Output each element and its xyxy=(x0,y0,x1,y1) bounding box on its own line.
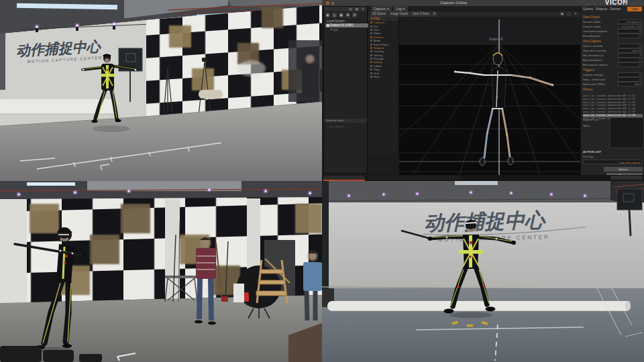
property-label: Auto-pause capture xyxy=(583,63,618,66)
property-label: Auto broadcast xyxy=(583,58,618,62)
mocap-session-composite: 动作捕捉中心 MOTION CAPTURE CENTER xyxy=(0,0,644,362)
camera-view-2-scene xyxy=(0,181,322,362)
foam-roll-small xyxy=(199,90,223,99)
camera-view-3-scene: 动作捕捉中心 MOTION CAPTURE CENTER xyxy=(322,181,644,362)
property-label: Auto Capture xyxy=(583,40,618,43)
property-value[interactable]: ☐ xyxy=(618,62,643,67)
config-item-label: Devices xyxy=(374,36,383,39)
property-row[interactable]: Notification (TBC) None xyxy=(583,82,643,86)
property-row[interactable]: Session folder D:/Captures xyxy=(583,19,643,24)
property-row[interactable]: Transform segment ☑ xyxy=(583,29,643,34)
properties-panel: System · Subjects · Devices Live Data Ou… xyxy=(580,6,644,175)
property-value[interactable]: ☑ xyxy=(618,77,643,82)
property-label: Bounding box xyxy=(583,34,618,38)
status-right-segment[interactable] xyxy=(610,176,643,180)
config-item-icon xyxy=(370,65,372,67)
selected-items-divider: Selected Items xyxy=(324,119,367,123)
config-item-label: Video xyxy=(374,32,380,35)
panel-header-icons[interactable]: ▤ ▦ ✕ xyxy=(349,7,366,11)
notes-box[interactable] xyxy=(610,117,644,148)
property-label: History xyxy=(583,88,618,91)
property-row[interactable]: Start in seconds ☐ xyxy=(583,44,643,48)
config-item-label: Solving xyxy=(374,54,382,57)
camera-view-1: 动作捕捉中心 MOTION CAPTURE CENTER xyxy=(0,0,322,181)
tree-root-label[interactable]: Local System xyxy=(327,19,345,23)
blurred-region xyxy=(237,60,266,76)
property-value[interactable]: ☐ xyxy=(618,44,643,48)
property-value[interactable]: None xyxy=(618,82,643,86)
notes-label: Notes xyxy=(583,124,590,127)
configs-list: Cameras Vue Vero Video Devices xyxy=(368,21,398,78)
property-label: Stop + timed save xyxy=(583,78,618,81)
property-row[interactable]: Auto-pause capture ☐ xyxy=(583,62,643,67)
camera-view-1-scene: 动作捕捉中心 MOTION CAPTURE CENTER xyxy=(0,0,322,181)
property-row[interactable]: Capture settings ☐ xyxy=(583,72,643,77)
property-row[interactable]: Triggers xyxy=(583,67,643,72)
property-label: Data Output xyxy=(583,15,618,19)
configs-panel: configs Cameras Vue Vero Video xyxy=(368,17,399,154)
window-title: Capture Online xyxy=(440,0,467,6)
config-item-icon xyxy=(370,50,372,52)
property-row[interactable]: Auto broadcast ☐ xyxy=(583,58,643,62)
resources-panel: ▤ ▦ ✕ ◉◎▣✚⚙ Local System Subject 01 (VSK… xyxy=(323,6,368,174)
document-tab[interactable]: Log ✕ xyxy=(393,6,408,11)
property-value[interactable]: ☐ xyxy=(618,34,643,38)
tree-item-props[interactable]: Props xyxy=(330,28,338,32)
vicon-software-window: Capture Online – ▫ VICON SHOGUN Capture … xyxy=(322,0,644,181)
property-row[interactable]: Stop + timed save ☑ xyxy=(583,77,643,82)
package-field[interactable]: auto_live.capture xyxy=(583,160,642,164)
configs-list-item[interactable]: Floor xyxy=(368,75,398,78)
camera-view-2 xyxy=(0,181,322,362)
toolbar-icon[interactable]: ✚ xyxy=(345,13,350,17)
config-item-icon xyxy=(370,44,372,46)
property-value[interactable]: auto fit xyxy=(618,48,643,53)
status-middle-segment xyxy=(367,176,461,180)
toolbar-icon[interactable]: ◉ xyxy=(325,13,330,17)
property-value[interactable]: ☑ xyxy=(618,29,643,34)
property-value[interactable]: D:/Captures xyxy=(618,19,643,24)
property-row[interactable]: History xyxy=(583,86,643,92)
property-label: Triggers xyxy=(583,68,618,72)
viewport-3d-scene: Subject 01 xyxy=(399,17,580,175)
config-item-label: Audio xyxy=(374,39,380,42)
capture-list-label: Capture List xyxy=(583,118,598,121)
status-live-segment[interactable] xyxy=(323,176,365,181)
config-item-icon xyxy=(370,29,372,31)
toolbar-icon[interactable]: ◎ xyxy=(332,13,337,17)
property-value[interactable]: 5 xyxy=(618,53,643,58)
view-tab[interactable]: 3D Scene xyxy=(370,11,388,17)
wall-sign: 动作捕捉中心 MOTION CAPTURE CENTER xyxy=(15,38,103,64)
config-item-label: Display xyxy=(374,60,382,64)
property-row[interactable]: Max duration (s) 5 xyxy=(583,53,643,58)
property-value[interactable]: ☐ xyxy=(618,72,643,77)
capture-history-row[interactable]: auto_cal_tracker_Generated.041 17:36 xyxy=(583,114,643,117)
viewport-3d[interactable]: Subject 01 xyxy=(399,17,580,175)
tree-item-selected[interactable]: Subject 01 (VSK) xyxy=(325,23,370,27)
config-item-label: Retarget xyxy=(374,57,384,60)
view-tab[interactable]: Image Visual xyxy=(388,11,410,17)
property-row[interactable]: Data Output xyxy=(583,14,643,19)
ceiling-light-strip xyxy=(27,182,75,186)
config-item-label: Vero xyxy=(374,28,379,32)
options-button[interactable]: Options xyxy=(604,167,643,172)
view-tab[interactable]: A xyxy=(431,11,437,17)
property-row[interactable]: Stop after seconds auto fit xyxy=(583,48,643,53)
property-row[interactable]: Capture name cal_tracker_042 xyxy=(583,24,643,29)
document-tab[interactable]: Capture ✕ xyxy=(371,6,392,11)
properties-tabs[interactable]: System · Subjects · Devices xyxy=(583,7,621,11)
titlebar[interactable]: Capture Online – ▫ VICON SHOGUN xyxy=(322,0,644,6)
toolbar-icon[interactable]: ⚙ xyxy=(352,13,357,17)
properties-list: Data Output Session folder D:/Captures C… xyxy=(583,14,643,92)
live-button[interactable]: Live xyxy=(627,7,642,11)
config-item-icon xyxy=(370,61,372,63)
toolbar-icon[interactable]: ▣ xyxy=(339,13,343,17)
property-row[interactable]: Auto Capture xyxy=(583,38,643,44)
property-row[interactable]: Bounding box ☐ xyxy=(583,34,643,38)
property-value[interactable]: ☐ xyxy=(618,58,643,62)
property-value[interactable]: cal_tracker_042 xyxy=(618,24,643,29)
fire-extinguisher xyxy=(244,292,249,302)
capture-history-row[interactable]: auto_cal_tracker_Generated.036 17:32 xyxy=(583,98,643,101)
config-item-icon xyxy=(370,21,372,23)
view-tab[interactable]: Cam 3 View xyxy=(411,11,431,17)
config-item-icon xyxy=(370,25,372,27)
